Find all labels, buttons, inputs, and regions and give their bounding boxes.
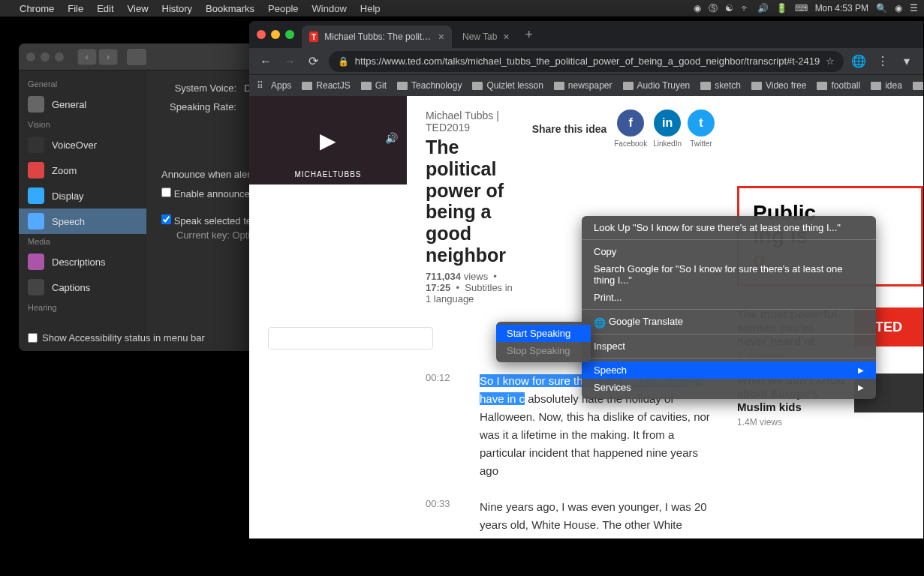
display-icon <box>28 188 44 204</box>
section-vision: Vision <box>19 117 146 132</box>
video-player[interactable]: ▶ 🔊 MICHAELTUBBS <box>249 96 407 184</box>
chevron-right-icon: ▶ <box>858 383 864 392</box>
menu-bookmarks[interactable]: Bookmarks <box>206 3 254 14</box>
back-button[interactable]: ‹ <box>77 49 97 65</box>
submenu-start-speaking[interactable]: Start Speaking <box>496 325 591 342</box>
nav-buttons: ‹ › <box>77 49 118 65</box>
captions-icon <box>28 279 44 296</box>
close-icon[interactable] <box>257 30 266 39</box>
bookmarks-bar: ⠿Apps ReactJS Git Teachnology Quizlet le… <box>249 75 923 96</box>
bookmark-git[interactable]: Git <box>361 80 387 91</box>
ctx-lookup[interactable]: Look Up "So I know for sure there's at l… <box>582 219 876 236</box>
ext-icon-2[interactable]: ▾ <box>898 52 916 71</box>
bookmark-reactjs[interactable]: ReactJS <box>302 80 350 91</box>
tab-close-icon[interactable]: × <box>438 31 444 43</box>
ctx-services[interactable]: Services▶ <box>582 379 876 396</box>
clock[interactable]: Mon 4:53 PM <box>815 3 868 14</box>
folder-icon <box>472 82 483 90</box>
ctx-speech[interactable]: Speech▶ <box>582 362 876 379</box>
timestamp[interactable]: 00:12 <box>426 372 457 480</box>
descriptions-icon <box>28 254 44 270</box>
translate-ext-icon[interactable]: 🌐 <box>850 52 868 71</box>
transcript-text[interactable]: Nine years ago, I was even younger, I wa… <box>480 498 715 539</box>
bookmark-audio[interactable]: Audio Truyen <box>623 80 691 91</box>
forward-button[interactable]: → <box>281 52 299 71</box>
ctx-copy[interactable]: Copy <box>582 243 876 260</box>
share-linkedin[interactable]: inLinkedIn <box>653 110 682 148</box>
bookmark-newspaper[interactable]: newspaper <box>554 80 612 91</box>
wifi-icon[interactable]: ᯤ <box>741 3 750 14</box>
separator <box>582 239 876 240</box>
menu-help[interactable]: Help <box>360 3 381 14</box>
lock-icon: 🔒 <box>338 56 349 67</box>
forward-button[interactable]: › <box>98 49 118 65</box>
voiceover-icon <box>28 136 44 153</box>
bookmark-quizlet[interactable]: Quizlet lesson <box>472 80 543 91</box>
sidebar-item-captions[interactable]: Captions <box>19 274 146 300</box>
search-icon[interactable]: 🔍 <box>876 3 887 14</box>
sidebar-item-display[interactable]: Display <box>19 183 146 208</box>
folder-icon <box>302 82 312 90</box>
share-facebook[interactable]: fFacebook <box>614 110 647 148</box>
grid-button[interactable] <box>127 49 146 65</box>
tab-title: New Tab <box>462 32 497 42</box>
bookmark-video[interactable]: Video free <box>751 80 807 91</box>
star-icon[interactable]: ☆ <box>826 56 835 67</box>
chevron-right-icon: ▶ <box>858 366 864 374</box>
input-icon[interactable]: ⌨ <box>795 3 808 14</box>
menu-people[interactable]: People <box>268 3 298 14</box>
tab-close-icon[interactable]: × <box>503 31 509 43</box>
menu-window[interactable]: Window <box>312 3 347 14</box>
new-tab-button[interactable]: + <box>520 26 538 44</box>
folder-icon <box>817 82 827 90</box>
talk-meta: 711,034 views • 17:25 • Subtitles in 1 l… <box>426 271 517 304</box>
menu-history[interactable]: History <box>162 3 192 14</box>
separator <box>582 309 876 310</box>
volume-icon[interactable]: 🔊 <box>757 3 769 14</box>
play-icon[interactable]: ▶ <box>320 128 336 153</box>
sidebar-item-descriptions[interactable]: Descriptions <box>19 249 146 274</box>
menu-edit[interactable]: Edit <box>97 3 113 14</box>
minimize-icon[interactable] <box>41 52 50 62</box>
sidebar-item-general[interactable]: General <box>19 92 146 117</box>
status-icon[interactable]: ◉ <box>694 3 701 14</box>
bookmark-teachnology[interactable]: Teachnology <box>397 80 462 91</box>
ctx-print[interactable]: Print... <box>582 289 876 306</box>
maximize-icon[interactable] <box>285 30 294 39</box>
menu-view[interactable]: View <box>128 3 149 14</box>
bookmark-sketch[interactable]: sketch <box>700 80 741 91</box>
tab-newtab[interactable]: New Tab × <box>455 26 517 48</box>
back-button[interactable]: ← <box>257 52 275 71</box>
menu-file[interactable]: File <box>68 3 83 14</box>
siri-icon[interactable]: ◉ <box>895 3 902 14</box>
section-general: General <box>19 76 146 92</box>
ctx-translate[interactable]: 🌐Google Translate <box>582 313 876 331</box>
status-icon-2[interactable]: ☯ <box>725 3 733 14</box>
minimize-icon[interactable] <box>271 30 280 39</box>
show-status-checkbox[interactable] <box>28 333 38 343</box>
reload-button[interactable]: ⟳ <box>305 52 323 71</box>
battery-icon[interactable]: 🔋 <box>776 3 787 14</box>
ctx-inspect[interactable]: Inspect <box>582 338 876 355</box>
bookmark-fcs[interactable]: FCS <box>913 80 923 91</box>
tab-active[interactable]: T Michael Tubbs: The political po × <box>302 26 452 48</box>
close-icon[interactable] <box>26 52 35 62</box>
bookmark-football[interactable]: football <box>817 80 860 91</box>
ctx-search-google[interactable]: Search Google for "So I know for sure th… <box>582 260 876 289</box>
sidebar-item-voiceover[interactable]: VoiceOver <box>19 132 146 158</box>
sidebar-item-zoom[interactable]: Zoom <box>19 158 146 183</box>
maximize-icon[interactable] <box>55 52 64 62</box>
address-bar[interactable]: 🔒 https://www.ted.com/talks/michael_tubb… <box>329 51 844 72</box>
menu-icon[interactable]: ☰ <box>910 3 918 14</box>
ext-icon[interactable]: ⋮ <box>874 52 892 71</box>
share-twitter[interactable]: tTwitter <box>688 110 715 148</box>
timestamp[interactable]: 00:33 <box>426 498 457 539</box>
sidebar-item-speech[interactable]: Speech <box>19 208 146 234</box>
transcript-dropdown[interactable] <box>268 327 433 350</box>
volume-icon[interactable]: 🔊 <box>385 132 398 144</box>
app-name[interactable]: Chrome <box>20 3 54 14</box>
accessibility-footer[interactable]: Show Accessibility status in menu bar <box>28 332 205 344</box>
bookmark-apps[interactable]: ⠿Apps <box>257 80 291 91</box>
skype-icon[interactable]: Ⓢ <box>709 2 718 15</box>
bookmark-idea[interactable]: idea <box>871 80 902 91</box>
